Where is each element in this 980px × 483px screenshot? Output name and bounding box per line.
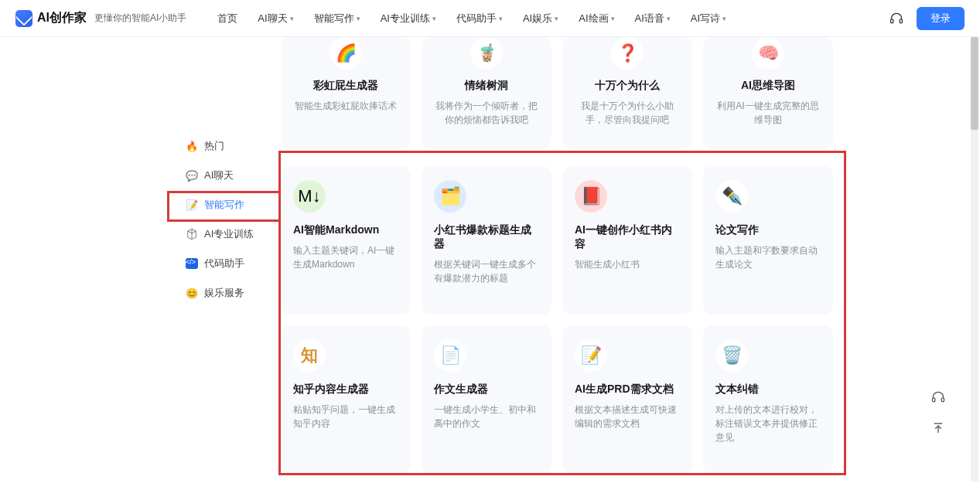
card-title: AI思维导图	[715, 79, 821, 93]
svg-rect-2	[933, 398, 935, 402]
nav-item-5[interactable]: AI娱乐▾	[523, 12, 558, 26]
logo-icon	[15, 10, 32, 27]
cube-icon	[186, 228, 198, 240]
card-title: 情绪树洞	[434, 79, 539, 93]
card-icon: ❓	[611, 37, 644, 70]
code-icon: </>	[186, 257, 198, 270]
scrollbar-thumb[interactable]	[971, 37, 978, 130]
logo[interactable]: AI创作家	[15, 10, 87, 27]
sidebar-item-label: AI聊天	[204, 168, 234, 182]
nav: 首页AI聊天▾智能写作▾AI专业训练▾代码助手▾AI娱乐▾AI绘画▾AI语音▾A…	[217, 12, 726, 26]
card-desc: 我是十万个为什么小助手，尽管向我提问吧	[575, 99, 680, 127]
nav-item-4[interactable]: 代码助手▾	[456, 12, 503, 26]
chevron-down-icon: ▾	[290, 15, 294, 22]
nav-item-6[interactable]: AI绘画▾	[579, 12, 614, 26]
svg-rect-3	[941, 398, 944, 402]
sidebar-item-label: 热门	[204, 139, 224, 153]
svg-rect-0	[891, 19, 893, 22]
top-card-1[interactable]: 🧋情绪树洞我将作为一个倾听者，把你的烦恼都告诉我吧	[422, 37, 551, 149]
card-desc: 利用AI一键生成完整的思维导图	[715, 99, 821, 127]
sidebar-item-code[interactable]: </>代码助手	[176, 249, 277, 278]
float-headset-icon[interactable]	[927, 386, 949, 408]
red-highlight-box	[278, 151, 846, 475]
chevron-down-icon: ▾	[499, 15, 503, 22]
sidebar-item-cube[interactable]: AI专业训练	[176, 219, 277, 249]
nav-item-1[interactable]: AI聊天▾	[258, 12, 293, 26]
header: AI创作家 更懂你的智能AI小助手 首页AI聊天▾智能写作▾AI专业训练▾代码助…	[0, 0, 980, 37]
sidebar-item-label: AI专业训练	[204, 227, 254, 241]
card-desc: 我将作为一个倾听者，把你的烦恼都告诉我吧	[434, 99, 539, 127]
chevron-down-icon: ▾	[555, 15, 558, 22]
sidebar-item-label: 娱乐服务	[204, 286, 244, 300]
card-icon: 🌈	[330, 37, 362, 70]
scrollbar[interactable]	[971, 37, 978, 481]
top-row: 🌈彩虹屁生成器智能生成彩虹屁吹捧话术🧋情绪树洞我将作为一个倾听者，把你的烦恼都告…	[281, 37, 825, 149]
svg-rect-1	[900, 19, 902, 22]
chevron-down-icon: ▾	[357, 15, 360, 22]
nav-item-8[interactable]: AI写诗▾	[691, 12, 726, 26]
chevron-down-icon: ▾	[667, 15, 671, 22]
brand-name: AI创作家	[37, 10, 87, 26]
float-top-icon[interactable]	[927, 417, 949, 439]
card-title: 彩虹屁生成器	[293, 79, 398, 93]
nav-item-2[interactable]: 智能写作▾	[314, 12, 360, 26]
sidebar-item-label: 代码助手	[204, 257, 244, 270]
card-desc: 智能生成彩虹屁吹捧话术	[293, 99, 398, 113]
sidebar-item-chat[interactable]: 💬AI聊天	[176, 161, 277, 190]
chevron-down-icon: ▾	[722, 15, 726, 22]
sidebar-item-smile[interactable]: 😊娱乐服务	[176, 278, 277, 308]
card-icon: 🧋	[470, 37, 503, 70]
top-card-2[interactable]: ❓十万个为什么我是十万个为什么小助手，尽管向我提问吧	[562, 37, 692, 149]
chevron-down-icon: ▾	[611, 15, 615, 22]
nav-item-0[interactable]: 首页	[217, 12, 237, 26]
nav-item-7[interactable]: AI语音▾	[635, 12, 671, 26]
tagline: 更懂你的智能AI小助手	[94, 12, 186, 25]
top-card-3[interactable]: 🧠AI思维导图利用AI一键生成完整的思维导图	[703, 37, 833, 149]
smile-icon: 😊	[186, 287, 198, 299]
header-right: 登录	[889, 7, 965, 30]
card-icon: 🧠	[752, 37, 784, 70]
top-card-0[interactable]: 🌈彩虹屁生成器智能生成彩虹屁吹捧话术	[281, 37, 411, 149]
chevron-down-icon: ▾	[432, 15, 436, 22]
card-title: 十万个为什么	[575, 79, 680, 93]
chat-icon: 💬	[186, 169, 198, 182]
login-button[interactable]: 登录	[917, 7, 965, 30]
sidebar-highlight-box	[167, 191, 283, 222]
sidebar-item-fire[interactable]: 🔥热门	[176, 131, 277, 161]
fire-icon: 🔥	[186, 140, 198, 152]
headset-icon[interactable]	[889, 11, 904, 26]
nav-item-3[interactable]: AI专业训练▾	[381, 12, 436, 26]
